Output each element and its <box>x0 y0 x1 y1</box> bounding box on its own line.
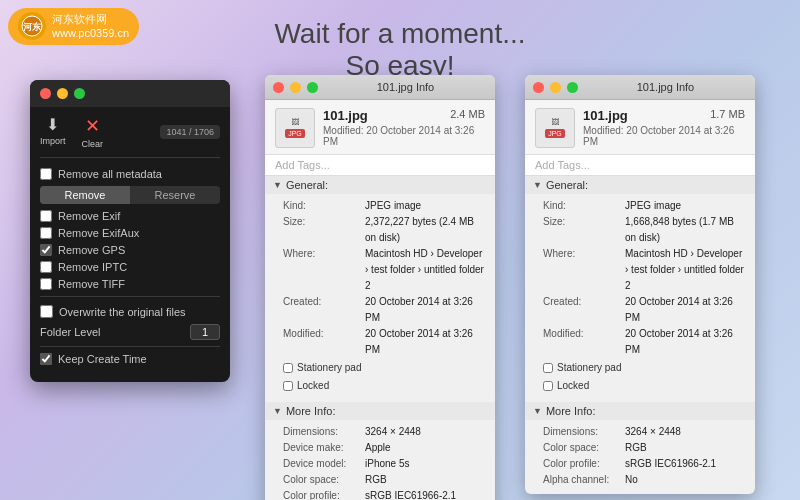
triangle-icon-general-before: ▼ <box>273 180 282 190</box>
more-info-section-header-before[interactable]: ▼ More Info: <box>265 402 495 420</box>
keep-create-time-row: Keep Create Time <box>40 353 220 365</box>
app-panel: ⬇ Import ✕ Clear 1041 / 1706 Remove all … <box>30 80 230 382</box>
remove-reserve-toggle: Remove Reserve <box>40 186 220 204</box>
toolbar-left: ⬇ Import ✕ Clear <box>40 115 103 149</box>
folder-level-input[interactable] <box>190 324 220 340</box>
divider2 <box>40 346 220 347</box>
remove-exif-row: Remove Exif <box>40 210 220 222</box>
filename-before: 101.jpg <box>323 108 368 123</box>
more-info-section-after: Dimensions:3264 × 2448 Color space:RGB C… <box>525 420 755 494</box>
watermark-text: 河东软件网 www.pc0359.cn <box>52 12 129 41</box>
app-panel-body: ⬇ Import ✕ Clear 1041 / 1706 Remove all … <box>30 107 230 382</box>
file-info-right-after: 101.jpg 1.7 MB Modified: 20 October 2014… <box>583 108 745 147</box>
info-tl-green-2[interactable] <box>567 82 578 93</box>
import-icon: ⬇ <box>46 115 59 134</box>
remove-exifaux-row: Remove ExifAux <box>40 227 220 239</box>
triangle-icon-general-after: ▼ <box>533 180 542 190</box>
file-info-right-before: 101.jpg 2.4 MB Modified: 20 October 2014… <box>323 108 485 147</box>
info-header-before: 🖼 JPG 101.jpg 2.4 MB Modified: 20 Octobe… <box>265 100 495 155</box>
divider <box>40 296 220 297</box>
stationery-checkbox-2[interactable] <box>543 363 553 373</box>
keep-create-time-checkbox[interactable] <box>40 353 52 365</box>
overwrite-row: Overwrite the original files <box>40 305 220 318</box>
info-tl-yellow-2[interactable] <box>550 82 561 93</box>
file-modified-before: Modified: 20 October 2014 at 3:26 PM <box>323 125 485 147</box>
remove-exifaux-checkbox[interactable] <box>40 227 52 239</box>
info-header-after: 🖼 JPG 101.jpg 1.7 MB Modified: 20 Octobe… <box>525 100 755 155</box>
remove-iptc-checkbox[interactable] <box>40 261 52 273</box>
filesize-before: 2.4 MB <box>450 108 485 120</box>
folder-level-label: Folder Level <box>40 326 101 338</box>
file-icon-after: 🖼 JPG <box>535 108 575 148</box>
remove-exif-checkbox[interactable] <box>40 210 52 222</box>
info-window-after: 101.jpg Info 🖼 JPG 101.jpg 1.7 MB Modifi… <box>525 75 755 494</box>
info-title-before: 101.jpg Info <box>324 81 487 93</box>
toolbar: ⬇ Import ✕ Clear 1041 / 1706 <box>40 115 220 158</box>
info-tl-red-1[interactable] <box>273 82 284 93</box>
general-section-header-before[interactable]: ▼ General: <box>265 176 495 194</box>
more-info-section-before: Dimensions:3264 × 2448 Device make:Apple… <box>265 420 495 500</box>
info-tl-green-1[interactable] <box>307 82 318 93</box>
tags-field-before[interactable]: Add Tags... <box>265 155 495 176</box>
triangle-icon-more-before: ▼ <box>273 406 282 416</box>
remove-iptc-label: Remove IPTC <box>58 261 127 273</box>
traffic-light-green[interactable] <box>74 88 85 99</box>
clear-icon: ✕ <box>85 115 100 137</box>
remove-tiff-row: Remove TIFF <box>40 278 220 290</box>
info-titlebar-before: 101.jpg Info <box>265 75 495 100</box>
app-panel-titlebar <box>30 80 230 107</box>
overwrite-checkbox[interactable] <box>40 305 53 318</box>
general-section-header-after[interactable]: ▼ General: <box>525 176 755 194</box>
triangle-icon-more-after: ▼ <box>533 406 542 416</box>
general-section-before: Kind:JPEG image Size:2,372,227 bytes (2.… <box>265 194 495 402</box>
toolbar-right: 1041 / 1706 <box>160 125 220 139</box>
clear-button[interactable]: ✕ Clear <box>82 115 104 149</box>
watermark-logo: 河东 <box>18 12 46 40</box>
count-badge: 1041 / 1706 <box>160 125 220 139</box>
file-modified-after: Modified: 20 October 2014 at 3:26 PM <box>583 125 745 147</box>
import-button[interactable]: ⬇ Import <box>40 115 66 149</box>
remove-all-metadata-checkbox[interactable] <box>40 168 52 180</box>
info-window-before: 101.jpg Info 🖼 JPG 101.jpg 2.4 MB Modifi… <box>265 75 495 500</box>
remove-gps-checkbox[interactable] <box>40 244 52 256</box>
filesize-after: 1.7 MB <box>710 108 745 120</box>
reserve-toggle-btn[interactable]: Reserve <box>130 186 220 204</box>
tags-field-after[interactable]: Add Tags... <box>525 155 755 176</box>
traffic-light-yellow[interactable] <box>57 88 68 99</box>
filename-after: 101.jpg <box>583 108 628 123</box>
remove-gps-label: Remove GPS <box>58 244 125 256</box>
remove-toggle-btn[interactable]: Remove <box>40 186 130 204</box>
info-tl-red-2[interactable] <box>533 82 544 93</box>
remove-exif-label: Remove Exif <box>58 210 120 222</box>
keep-create-time-label: Keep Create Time <box>58 353 147 365</box>
info-titlebar-after: 101.jpg Info <box>525 75 755 100</box>
folder-level-row: Folder Level <box>40 324 220 340</box>
general-section-after: Kind:JPEG image Size:1,668,848 bytes (1.… <box>525 194 755 402</box>
more-info-section-header-after[interactable]: ▼ More Info: <box>525 402 755 420</box>
locked-checkbox-2[interactable] <box>543 381 553 391</box>
watermark: 河东 河东软件网 www.pc0359.cn <box>8 8 139 45</box>
remove-all-metadata-row: Remove all metadata <box>40 168 220 180</box>
traffic-light-red[interactable] <box>40 88 51 99</box>
svg-text:河东: 河东 <box>23 21 42 32</box>
file-icon-before: 🖼 JPG <box>275 108 315 148</box>
info-tl-yellow-1[interactable] <box>290 82 301 93</box>
overwrite-label: Overwrite the original files <box>59 306 186 318</box>
info-title-after: 101.jpg Info <box>584 81 747 93</box>
locked-checkbox-1[interactable] <box>283 381 293 391</box>
stationery-checkbox-1[interactable] <box>283 363 293 373</box>
remove-all-metadata-label: Remove all metadata <box>58 168 162 180</box>
remove-exifaux-label: Remove ExifAux <box>58 227 139 239</box>
remove-tiff-label: Remove TIFF <box>58 278 125 290</box>
remove-iptc-row: Remove IPTC <box>40 261 220 273</box>
remove-gps-row: Remove GPS <box>40 244 220 256</box>
remove-tiff-checkbox[interactable] <box>40 278 52 290</box>
